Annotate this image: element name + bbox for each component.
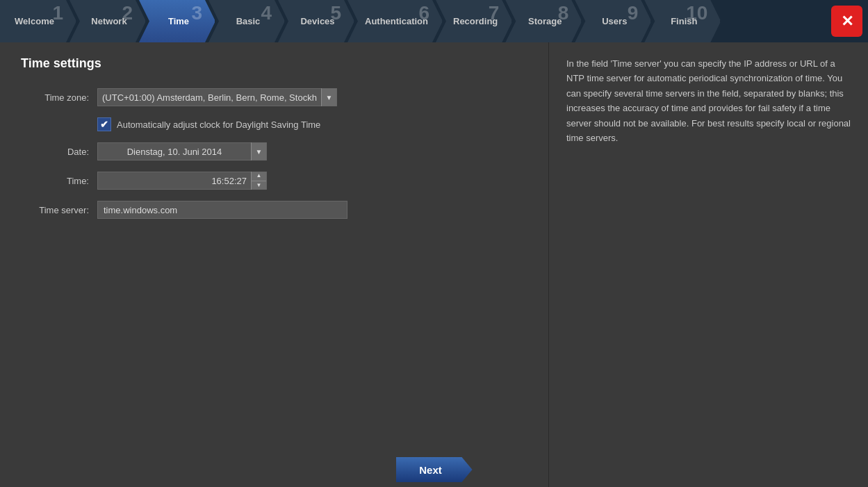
nav-item-network[interactable]: 2 Network: [69, 0, 146, 42]
timezone-dropdown-button[interactable]: ▼: [321, 88, 336, 106]
time-value: 16:52:27: [98, 174, 251, 188]
nav-label-users: Users: [602, 16, 627, 26]
nav-item-storage[interactable]: 8 Storage: [505, 0, 582, 42]
right-panel: In the field 'Time server' you can speci…: [548, 42, 868, 487]
nav-label-authentication: Authentication: [365, 16, 428, 26]
top-navigation: 1 Welcome 2 Network 3 Time 4 Basic 5 Dev…: [0, 0, 868, 42]
left-panel: Time settings Time zone: (UTC+01:00) Ams…: [0, 42, 548, 487]
time-increment-button[interactable]: ▲: [252, 172, 266, 181]
date-value: Dienstag, 10. Juni 2014: [98, 145, 251, 158]
help-text: In the field 'Time server' you can speci…: [566, 56, 851, 146]
time-spinner[interactable]: 16:52:27 ▲ ▼: [97, 172, 267, 190]
nav-label-network: Network: [91, 16, 126, 26]
date-label: Date:: [21, 147, 97, 157]
bottom-bar: Next: [0, 452, 868, 487]
timezone-value: (UTC+01:00) Amsterdam, Berlin, Bern, Rom…: [98, 91, 321, 104]
time-server-input[interactable]: [97, 201, 347, 219]
nav-item-recording[interactable]: 7 Recording: [436, 0, 512, 42]
timezone-row: Time zone: (UTC+01:00) Amsterdam, Berlin…: [21, 88, 527, 106]
daylight-label: Automatically adjust clock for Daylight …: [117, 119, 320, 130]
timezone-label: Time zone:: [21, 92, 97, 103]
main-content: Time settings Time zone: (UTC+01:00) Ams…: [0, 42, 868, 487]
date-row: Date: Dienstag, 10. Juni 2014 ▼: [21, 142, 527, 160]
server-row: Time server:: [21, 201, 527, 219]
nav-item-users[interactable]: 9 Users: [575, 0, 651, 42]
nav-label-recording: Recording: [453, 16, 498, 26]
timezone-dropdown[interactable]: (UTC+01:00) Amsterdam, Berlin, Bern, Rom…: [97, 88, 337, 106]
nav-label-finish: Finish: [671, 16, 697, 26]
time-row: Time: 16:52:27 ▲ ▼: [21, 172, 527, 190]
nav-label-basic: Basic: [236, 16, 261, 26]
time-label: Time:: [21, 176, 97, 186]
nav-item-basic[interactable]: 4 Basic: [208, 0, 285, 42]
checkmark-icon: ✔: [100, 119, 108, 130]
next-button[interactable]: Next: [396, 457, 473, 482]
daylight-checkbox[interactable]: ✔: [97, 117, 111, 131]
page-title: Time settings: [21, 56, 527, 71]
timezone-control: (UTC+01:00) Amsterdam, Berlin, Bern, Rom…: [97, 88, 337, 106]
date-dropdown-button[interactable]: ▼: [251, 142, 266, 160]
date-dropdown[interactable]: Dienstag, 10. Juni 2014 ▼: [97, 142, 267, 160]
time-spinner-buttons: ▲ ▼: [251, 172, 266, 190]
time-decrement-button[interactable]: ▼: [252, 181, 266, 190]
nav-item-time[interactable]: 3 Time: [139, 0, 215, 42]
date-control: Dienstag, 10. Juni 2014 ▼: [97, 142, 267, 160]
nav-label-storage: Storage: [528, 16, 562, 26]
server-label: Time server:: [21, 205, 97, 215]
time-control: 16:52:27 ▲ ▼: [97, 172, 267, 190]
daylight-saving-row: ✔ Automatically adjust clock for Dayligh…: [97, 117, 527, 131]
nav-item-finish[interactable]: 10 Finish: [644, 0, 721, 42]
nav-item-devices[interactable]: 5 Devices: [278, 0, 354, 42]
nav-label-devices: Devices: [300, 16, 334, 26]
close-button[interactable]: ✕: [831, 6, 862, 37]
nav-label-time: Time: [168, 16, 189, 26]
nav-label-welcome: Welcome: [15, 16, 54, 26]
server-control: [97, 201, 347, 219]
nav-item-welcome[interactable]: 1 Welcome: [0, 0, 76, 42]
nav-item-authentication[interactable]: 6 Authentication: [347, 0, 443, 42]
